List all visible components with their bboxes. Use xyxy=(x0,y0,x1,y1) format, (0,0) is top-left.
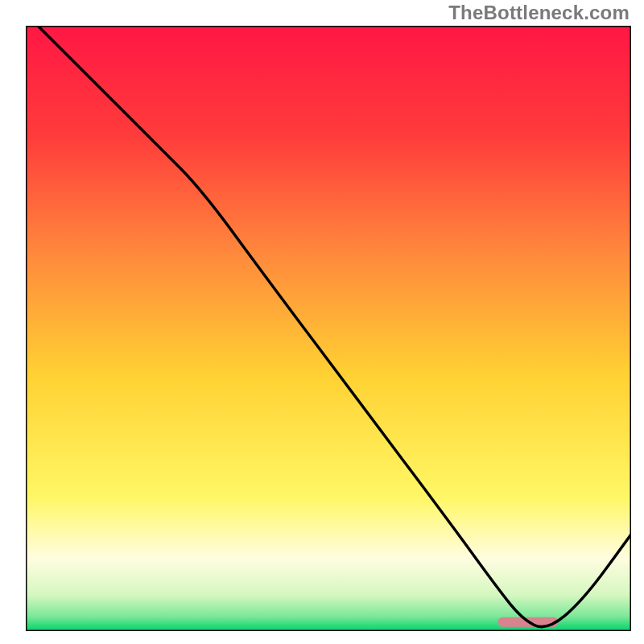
watermark-text: TheBottleneck.com xyxy=(448,2,630,24)
bottleneck-chart xyxy=(0,0,644,644)
plot-area xyxy=(26,26,631,631)
gradient-background xyxy=(26,26,631,631)
chart-stage: TheBottleneck.com xyxy=(0,0,644,644)
